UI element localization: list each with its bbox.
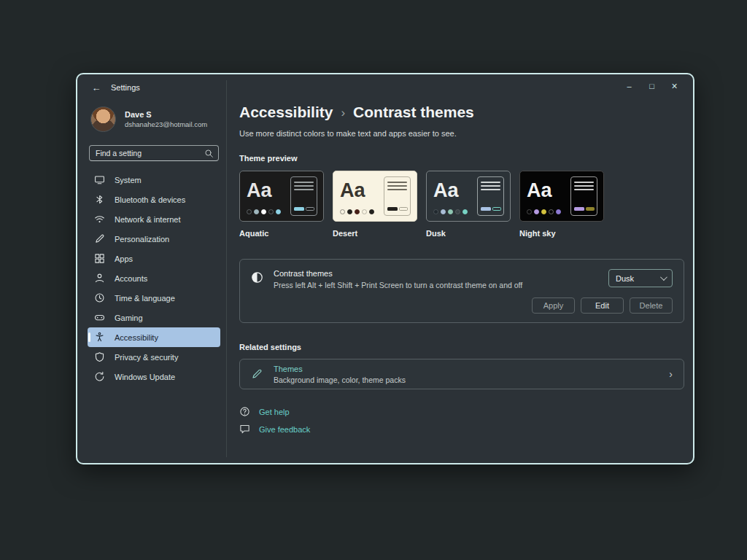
sidebar-item-label: Bluetooth & devices — [115, 195, 185, 204]
sidebar-item-system[interactable]: System — [88, 170, 220, 190]
contrast-card-description: Press left Alt + left Shift + Print Scre… — [274, 281, 522, 289]
search-icon — [204, 148, 214, 161]
sidebar-item-label: Apps — [115, 254, 133, 263]
sidebar-item-label: Accounts — [115, 274, 147, 283]
user-email: dshanahe23@hotmail.com — [125, 120, 207, 128]
themes-settings-row[interactable]: Themes Background image, color, theme pa… — [239, 359, 684, 389]
theme-thumbnail: Aa — [426, 171, 511, 222]
chevron-right-icon: › — [341, 104, 345, 120]
sidebar-item-label: Time & language — [115, 294, 175, 303]
edit-button[interactable]: Edit — [581, 298, 624, 314]
sample-text: Aa — [340, 181, 365, 201]
avatar — [90, 106, 116, 132]
user-name: Dave S — [125, 110, 207, 119]
sidebar-item-label: Accessibility — [115, 333, 158, 342]
sidebar-item-apps[interactable]: Apps — [88, 249, 220, 268]
sidebar: Dave S dshanahe23@hotmail.com System Blu… — [77, 101, 226, 463]
search-input[interactable] — [89, 145, 219, 161]
person-icon — [94, 273, 105, 284]
footer-links: Get help Give feedback — [239, 406, 681, 435]
theme-card-night-sky[interactable]: Aa Night sky — [519, 171, 604, 238]
clock-icon — [94, 292, 105, 303]
search-box — [89, 145, 219, 161]
contrast-card-title: Contrast themes — [274, 269, 522, 278]
related-settings-label: Related settings — [239, 343, 681, 351]
breadcrumb: Accessibility › Contrast themes — [239, 104, 681, 121]
sidebar-item-label: Personalization — [115, 235, 169, 244]
pencil-icon — [94, 233, 105, 244]
main-content: Accessibility › Contrast themes Use more… — [227, 74, 693, 463]
sidebar-item-accessibility[interactable]: Accessibility — [88, 327, 220, 347]
theme-name: Dusk — [426, 229, 511, 238]
page-subtitle: Use more distinct colors to make text an… — [239, 129, 681, 138]
theme-preview-label: Theme preview — [239, 154, 681, 163]
update-icon — [94, 371, 105, 382]
dropdown-value: Dusk — [616, 274, 634, 283]
mini-window-graphic — [477, 176, 504, 216]
theme-card-dusk[interactable]: Aa Dusk — [426, 171, 511, 238]
color-dots — [340, 209, 374, 214]
controller-icon — [94, 312, 105, 323]
sidebar-item-bluetooth-devices[interactable]: Bluetooth & devices — [88, 190, 220, 209]
breadcrumb-parent[interactable]: Accessibility — [239, 104, 333, 121]
color-dots — [527, 209, 561, 214]
sample-text: Aa — [247, 181, 272, 201]
give-feedback-label: Give feedback — [259, 425, 310, 434]
themes-row-subtitle: Background image, color, theme packs — [274, 376, 406, 384]
chevron-down-icon — [660, 273, 667, 281]
sidebar-item-privacy-security[interactable]: Privacy & security — [88, 347, 220, 367]
selection-indicator — [88, 332, 90, 342]
theme-card-aquatic[interactable]: Aa Aquatic — [239, 171, 324, 238]
apply-button[interactable]: Apply — [532, 298, 575, 314]
help-icon — [239, 406, 250, 417]
delete-button[interactable]: Delete — [630, 298, 673, 314]
theme-thumbnail: Aa — [519, 171, 604, 222]
contrast-card-buttons: Apply Edit Delete — [251, 298, 673, 314]
sidebar-item-label: Privacy & security — [115, 353, 178, 362]
get-help-link[interactable]: Get help — [239, 406, 290, 417]
wifi-icon — [94, 214, 105, 225]
monitor-icon — [94, 174, 105, 185]
theme-name: Night sky — [519, 229, 604, 238]
get-help-label: Get help — [259, 408, 290, 416]
page-title: Contrast themes — [353, 104, 474, 121]
sidebar-item-time-language[interactable]: Time & language — [88, 288, 220, 308]
bluetooth-icon — [94, 194, 105, 205]
feedback-icon — [239, 424, 250, 435]
theme-name: Desert — [333, 229, 417, 238]
window-title: Settings — [111, 83, 140, 92]
apps-grid-icon — [94, 253, 105, 264]
theme-name: Aquatic — [239, 229, 324, 238]
user-profile[interactable]: Dave S dshanahe23@hotmail.com — [90, 106, 226, 132]
back-button[interactable]: ← — [88, 80, 105, 95]
give-feedback-link[interactable]: Give feedback — [239, 424, 310, 435]
sidebar-item-personalization[interactable]: Personalization — [88, 229, 220, 249]
sidebar-item-gaming[interactable]: Gaming — [88, 308, 220, 327]
theme-thumbnail: Aa — [333, 171, 417, 222]
settings-window: ← Settings – □ × Dave S dshanahe23@hotma… — [76, 73, 694, 464]
accessibility-icon — [94, 332, 105, 343]
sidebar-item-network-internet[interactable]: Network & internet — [88, 209, 220, 229]
contrast-icon — [251, 271, 263, 284]
mini-window-graphic — [384, 176, 411, 216]
pencil-icon — [251, 368, 263, 380]
sidebar-item-windows-update[interactable]: Windows Update — [88, 367, 220, 386]
sidebar-item-accounts[interactable]: Accounts — [88, 268, 220, 288]
color-dots — [247, 209, 281, 214]
contrast-themes-card: Contrast themes Press left Alt + left Sh… — [239, 259, 684, 323]
contrast-theme-dropdown[interactable]: Dusk — [608, 269, 673, 287]
sample-text: Aa — [527, 181, 552, 201]
shield-icon — [94, 351, 105, 362]
chevron-right-icon: › — [669, 368, 673, 380]
theme-card-desert[interactable]: Aa Desert — [333, 171, 417, 238]
theme-thumbnail: Aa — [239, 171, 324, 222]
mini-window-graphic — [290, 176, 317, 216]
themes-row-title: Themes — [274, 365, 406, 373]
sidebar-item-label: Gaming — [115, 314, 143, 322]
sample-text: Aa — [433, 181, 459, 201]
color-dots — [433, 209, 468, 214]
sidebar-item-label: Network & internet — [115, 215, 180, 224]
theme-preview-row: Aa Aquatic Aa D — [239, 171, 681, 238]
sidebar-nav: System Bluetooth & devices Network & int… — [88, 170, 220, 386]
sidebar-item-label: Windows Update — [115, 373, 175, 381]
